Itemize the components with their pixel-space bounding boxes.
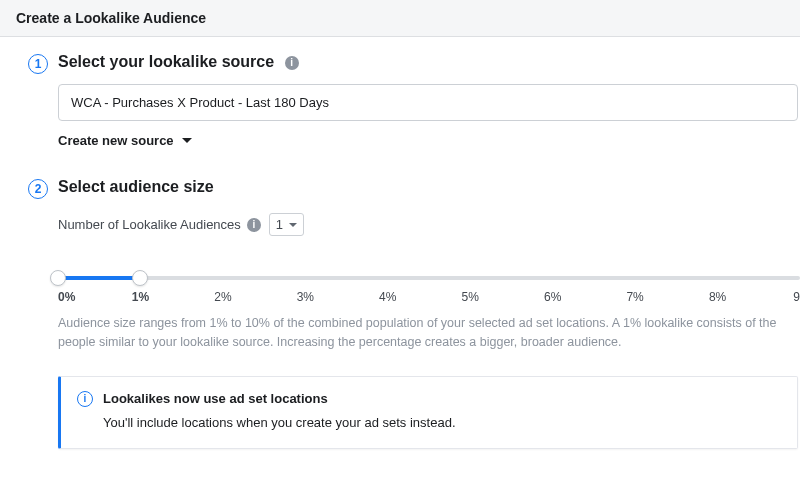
lookalike-source-input[interactable]: WCA - Purchases X Product - Last 180 Day… [58,84,798,121]
audience-size-slider[interactable]: 0%1%2%3%4%5%6%7%8%9 [58,276,800,306]
slider-tick-label: 8% [709,290,726,304]
step-2: 2 Select audience size Number of Lookali… [28,178,800,449]
caret-down-icon [289,223,297,227]
step-2-title: Select audience size [58,178,214,196]
step-badge-1: 1 [28,54,48,74]
num-audiences-value: 1 [276,217,283,232]
num-audiences-label: Number of Lookalike Audiences [58,217,241,232]
locations-notice: i Lookalikes now use ad set locations Yo… [58,376,798,449]
dialog-body: 1 Select your lookalike source i WCA - P… [0,37,800,449]
slider-track [58,276,800,280]
step-2-header: 2 Select audience size [28,178,800,199]
slider-tick-label: 2% [214,290,231,304]
slider-tick-label: 3% [297,290,314,304]
num-audiences-select[interactable]: 1 [269,213,304,236]
slider-tick-label: 6% [544,290,561,304]
step-badge-2: 2 [28,179,48,199]
step-1-title: Select your lookalike source [58,53,274,70]
info-icon: i [77,391,93,407]
slider-handle-end[interactable] [132,270,148,286]
notice-header: i Lookalikes now use ad set locations [77,391,781,407]
slider-tick-label: 9 [793,290,800,304]
info-icon[interactable]: i [247,218,261,232]
step-1-body: WCA - Purchases X Product - Last 180 Day… [58,84,800,150]
slider-fill [58,276,140,280]
notice-title: Lookalikes now use ad set locations [103,391,328,406]
slider-tick-label: 4% [379,290,396,304]
step-1-header: 1 Select your lookalike source i [28,53,800,74]
create-new-source-dropdown[interactable]: Create new source [58,131,192,150]
slider-tick-label: 5% [462,290,479,304]
dialog-header: Create a Lookalike Audience [0,0,800,37]
slider-tick-label: 1% [132,290,149,304]
create-new-source-label: Create new source [58,133,174,148]
caret-down-icon [182,138,192,143]
num-audiences-row: Number of Lookalike Audiences i 1 [58,213,800,236]
step-2-body: Number of Lookalike Audiences i 1 0%1%2%… [58,213,800,449]
dialog-title: Create a Lookalike Audience [16,10,784,26]
audience-size-helper-text: Audience size ranges from 1% to 10% of t… [58,314,800,352]
slider-tick-label: 7% [626,290,643,304]
slider-tick-label: 0% [58,290,75,304]
slider-ticks: 0%1%2%3%4%5%6%7%8%9 [58,290,800,306]
slider-handle-start[interactable] [50,270,66,286]
notice-body: You'll include locations when you create… [103,415,781,430]
info-icon[interactable]: i [285,56,299,70]
